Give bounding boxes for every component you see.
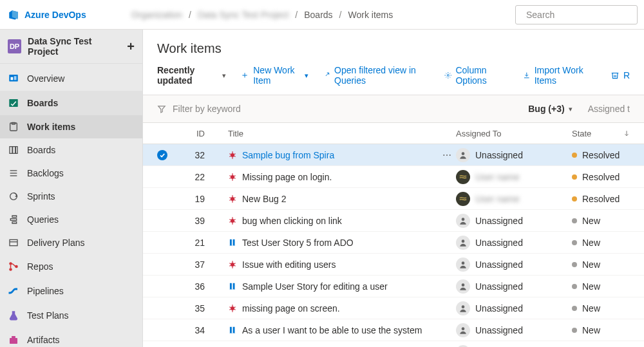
assignee-name: Unassigned — [475, 303, 523, 314]
table-row[interactable]: 21 Test User Story 5 from ADO Unassigned… — [143, 232, 644, 254]
svg-point-55 — [462, 218, 465, 221]
svg-line-51 — [234, 220, 235, 220]
breadcrumb-workitems[interactable]: Work items — [348, 10, 393, 20]
svg-line-61 — [229, 265, 231, 266]
global-search[interactable] — [515, 5, 638, 24]
column-header-id[interactable]: ID — [176, 129, 209, 138]
workitem-title-link[interactable]: Test User Story 5 from ADO — [242, 238, 354, 248]
workitem-title-link[interactable]: Issue with editing users — [242, 259, 336, 270]
workitem-title-link[interactable]: missing page on screen. — [242, 303, 340, 314]
state-cell: Resolved — [572, 150, 630, 160]
workitem-title-link[interactable]: bug when clicking on link — [242, 216, 342, 226]
state-dot-icon — [572, 262, 577, 267]
column-header-state[interactable]: State — [572, 129, 630, 138]
filter-input[interactable] — [171, 103, 313, 115]
search-input[interactable] — [525, 9, 640, 21]
workitem-title-link[interactable]: New Bug 2 — [242, 194, 286, 204]
assignee-cell[interactable]: Unassigned — [456, 301, 572, 315]
svg-line-39 — [234, 178, 235, 178]
breadcrumb-org[interactable]: Organization — [131, 10, 182, 20]
workitem-title-link[interactable]: Missing page on login. — [242, 172, 332, 182]
table-row[interactable]: 34 As a user I want to be able to use th… — [143, 319, 644, 341]
table-row[interactable]: 33 Sample bug with attachment Unassigned… — [143, 341, 644, 347]
open-in-queries-button[interactable]: Open filtered view in Queries — [323, 65, 430, 86]
subnav-queries[interactable]: Queries — [0, 208, 142, 231]
assignee-name: Unassigned — [475, 238, 523, 248]
subnav-sprints[interactable]: Sprints — [0, 185, 142, 208]
assignee-cell[interactable]: Unassigned — [456, 279, 572, 294]
filter-keyword[interactable] — [157, 103, 313, 115]
table-row[interactable]: 35 missing page on screen. Unassigned Ne… — [143, 297, 644, 319]
sidebar-item-label: Repos — [27, 261, 53, 272]
row-check[interactable] — [157, 150, 176, 160]
svg-line-45 — [229, 200, 231, 200]
state-dot-icon — [572, 284, 577, 289]
breadcrumb-boards[interactable]: Boards — [304, 10, 332, 20]
workitem-title-link[interactable]: Sample bug from Spira — [242, 150, 334, 160]
table-row[interactable]: 37 Issue with editing users Unassigned N… — [143, 254, 644, 276]
subnav-boards[interactable]: Boards — [0, 138, 142, 162]
subnav-backlogs[interactable]: Backlogs — [0, 162, 142, 185]
sidebar-item-repos[interactable]: Repos — [0, 254, 142, 279]
testplans-icon — [8, 310, 19, 321]
svg-point-41 — [231, 197, 234, 201]
filter-types[interactable]: Bug (+3) ▾ — [528, 104, 572, 114]
state-dot-icon — [572, 174, 577, 180]
assignee-name: Unassigned — [475, 325, 523, 335]
sidebar-item-boards[interactable]: Boards — [0, 91, 142, 115]
sidebar-item-pipelines[interactable]: Pipelines — [0, 279, 142, 303]
assignee-cell[interactable]: Unassigned — [456, 236, 572, 250]
sidebar-item-label: Artifacts — [27, 335, 60, 345]
sidebar: DP Data Sync Test Project + Overview Boa… — [0, 30, 143, 347]
svg-point-73 — [462, 305, 465, 308]
subnav-delivery-plans[interactable]: Delivery Plans — [0, 231, 142, 254]
breadcrumb-project[interactable]: Data Sync Test Project — [198, 10, 289, 20]
table-row[interactable]: 22 Missing page on login. User name Reso… — [143, 166, 644, 188]
row-actions-button[interactable]: ⋯ — [438, 150, 456, 160]
column-header-title[interactable]: Title — [209, 129, 438, 138]
main-content: Work items Recently updated ▾ ＋ New Work… — [143, 30, 644, 347]
sidebar-item-overview[interactable]: Overview — [0, 66, 142, 91]
table-row[interactable]: 36 Sample User Story for editing a user … — [143, 276, 644, 297]
story-icon — [228, 282, 237, 291]
workitem-title-link[interactable]: As a user I want to be able to use the s… — [242, 325, 422, 335]
table-row[interactable]: 19 New Bug 2 User name Resolved — [143, 188, 644, 210]
sidebar-item-artifacts[interactable]: Artifacts — [0, 328, 142, 347]
assignee-cell[interactable]: Unassigned — [456, 214, 572, 228]
recycle-bin-button[interactable]: R — [611, 70, 630, 80]
assignee-cell[interactable]: Unassigned — [456, 258, 572, 272]
state-cell: New — [572, 303, 630, 314]
svg-line-43 — [229, 198, 231, 198]
assignee-cell[interactable]: User name — [456, 192, 572, 206]
breadcrumb-sep-icon: / — [189, 10, 191, 20]
sidebar-item-testplans[interactable]: Test Plans — [0, 303, 142, 328]
table-row[interactable]: 32 Sample bug from Spira ⋯ Unassigned Re… — [143, 144, 644, 166]
svg-point-66 — [231, 306, 234, 310]
project-name: Data Sync Test Project — [28, 36, 120, 57]
repos-icon — [8, 261, 19, 272]
queries-icon — [8, 214, 19, 225]
subnav-workitems[interactable]: Work items — [0, 115, 142, 138]
product-logo[interactable]: Azure DevOps — [8, 9, 86, 21]
svg-line-53 — [234, 221, 235, 222]
new-work-item-button[interactable]: ＋ New Work Item ▾ — [240, 65, 308, 86]
add-project-button[interactable]: + — [127, 40, 135, 53]
column-header-assigned[interactable]: Assigned To — [456, 129, 572, 138]
table-row[interactable]: 39 bug when clicking on link Unassigned … — [143, 210, 644, 232]
chevron-down-icon: ▾ — [222, 71, 226, 80]
assignee-cell[interactable]: Unassigned — [456, 323, 572, 337]
project-header[interactable]: DP Data Sync Test Project + — [0, 30, 142, 64]
import-work-items-button[interactable]: Import Work Items — [523, 65, 595, 86]
trash-icon — [611, 71, 620, 80]
assignee-cell[interactable]: User name — [456, 170, 572, 184]
workitem-title-link[interactable]: Sample User Story for editing a user — [242, 281, 388, 292]
state-label: New — [582, 259, 600, 270]
svg-line-28 — [229, 154, 231, 155]
subnav-label: Work items — [27, 122, 75, 132]
column-options-button[interactable]: Column Options — [444, 65, 509, 86]
state-cell: Resolved — [572, 172, 630, 182]
view-selector[interactable]: Recently updated ▾ — [157, 65, 226, 86]
filter-assigned[interactable]: Assigned t — [588, 104, 630, 114]
svg-rect-21 — [12, 336, 15, 338]
assignee-cell[interactable]: Unassigned — [456, 148, 572, 162]
